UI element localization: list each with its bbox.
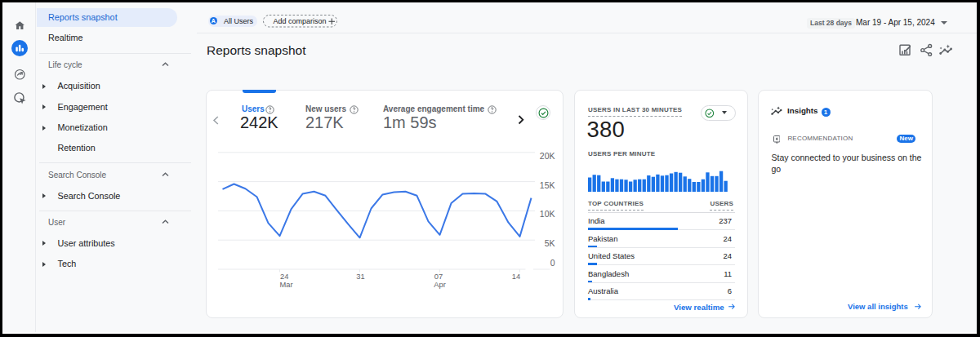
svg-text:20K: 20K — [540, 151, 555, 161]
svg-text:31: 31 — [356, 273, 364, 281]
svg-text:10K: 10K — [540, 209, 555, 219]
svg-text:Apr: Apr — [434, 281, 445, 289]
svg-text:14: 14 — [512, 273, 520, 281]
svg-text:24: 24 — [280, 273, 288, 281]
svg-text:07: 07 — [434, 273, 443, 281]
svg-text:15K: 15K — [540, 180, 555, 190]
svg-text:5K: 5K — [545, 238, 555, 248]
svg-text:0: 0 — [550, 258, 555, 268]
svg-text:Mar: Mar — [279, 281, 292, 289]
